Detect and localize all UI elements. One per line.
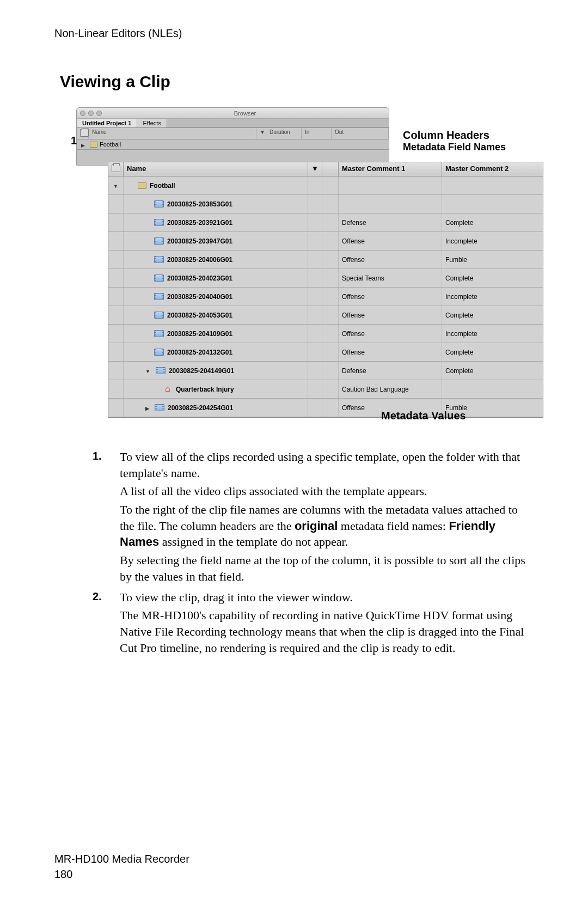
window-dot-icon — [96, 111, 102, 116]
column-header-mc1[interactable]: Master Comment 1 — [339, 162, 442, 176]
clip-icon — [154, 256, 164, 263]
column-header-name[interactable]: Name — [89, 128, 256, 139]
column-header-mc2[interactable]: Master Comment 2 — [442, 162, 543, 176]
folder-icon — [90, 142, 97, 148]
clip-name: 20030825-204254G01 — [168, 404, 233, 412]
clip-list: Name ▼ Master Comment 1 Master Comment 2… — [108, 162, 543, 418]
clip-icon — [154, 200, 164, 208]
page-footer: MR-HD100 Media Recorder 180 — [54, 851, 189, 882]
disclosure-down-icon[interactable] — [145, 367, 150, 375]
mc2-value — [442, 195, 543, 213]
disclosure-right-icon[interactable] — [145, 404, 149, 412]
column-header-name[interactable]: Name — [124, 162, 308, 176]
disclosure-down-icon[interactable] — [113, 182, 118, 190]
mc1-value: Caution Bad Language — [339, 380, 442, 398]
folder-row[interactable]: Football — [108, 176, 543, 195]
section-title: Viewing a Clip — [60, 72, 534, 91]
clip-row[interactable]: 20030825-204023G01Special TeamsComplete — [108, 269, 543, 288]
marker-row[interactable]: Quarterback Injury Caution Bad Language — [108, 380, 543, 399]
clip-icon — [154, 330, 164, 337]
clip-row[interactable]: 20030825-203921G01DefenseComplete — [108, 213, 543, 232]
clip-row[interactable]: 20030825-203853G01 — [108, 195, 543, 213]
window-dot-icon — [88, 111, 94, 116]
clip-row[interactable]: 20030825-204006G01OffenseFumble — [108, 251, 543, 269]
mc2-value: Complete — [442, 343, 543, 361]
clip-row[interactable]: 20030825-203947G01OffenseIncomplete — [108, 232, 543, 251]
mc2-value: Incomplete — [442, 232, 543, 250]
clip-icon — [154, 237, 164, 245]
mc1-value — [339, 195, 442, 213]
mc1-value: Special Teams — [339, 269, 442, 287]
column-header-in[interactable]: In — [302, 128, 332, 139]
sort-indicator-icon[interactable]: ▼ — [308, 162, 322, 176]
tab-project[interactable]: Untitled Project 1 — [77, 119, 137, 127]
step-text: To view the clip, drag it into the viewe… — [120, 589, 534, 606]
folder-name: Football — [100, 141, 121, 148]
clip-row[interactable]: 20030825-204053G01OffenseComplete — [108, 306, 543, 325]
footer-product: MR-HD100 Media Recorder — [54, 851, 189, 867]
folder-row[interactable]: Football — [77, 139, 389, 150]
annotation-metadata-values: Metadata Values — [381, 410, 466, 422]
clip-row[interactable]: 20030825-204040G01OffenseIncomplete — [108, 288, 543, 306]
clip-icon — [154, 219, 164, 226]
clip-row[interactable]: 20030825-204109G01OffenseIncomplete — [108, 325, 543, 343]
clip-name: 20030825-204149G01 — [169, 367, 234, 375]
marker-name: Quarterback Injury — [176, 386, 234, 393]
mc1-value: Offense — [339, 343, 442, 361]
mc1-value: Defense — [339, 213, 442, 231]
clip-name: 20030825-204040G01 — [167, 293, 232, 301]
mc2-value: Complete — [442, 306, 543, 324]
footer-page-number: 180 — [54, 867, 189, 882]
folder-icon — [138, 182, 146, 189]
clip-name: 20030825-204132G01 — [167, 349, 232, 356]
clip-icon — [154, 349, 164, 356]
clip-icon — [154, 293, 164, 300]
step-number: 2. — [93, 589, 120, 658]
bin-header-icon — [77, 128, 89, 139]
callout-number-1: 1 — [71, 135, 77, 147]
mc1-value: Offense — [339, 288, 442, 306]
sort-indicator-icon[interactable]: ▼ — [256, 128, 266, 139]
clip-icon — [156, 367, 166, 374]
column-header-out[interactable]: Out — [332, 128, 389, 139]
annotation-label: Column Headers — [403, 129, 506, 142]
mc2-value: Complete — [442, 362, 543, 380]
bold-term: original — [295, 519, 338, 533]
clip-icon — [154, 274, 164, 282]
annotation-sublabel: Metadata Field Names — [403, 142, 506, 153]
clip-list-header: Name ▼ Master Comment 1 Master Comment 2 — [108, 162, 543, 176]
mc1-value: Offense — [339, 306, 442, 324]
clip-name: 20030825-204109G01 — [167, 330, 232, 338]
step-text: By selecting the field name at the top o… — [120, 552, 534, 584]
mc2-value: Incomplete — [442, 325, 543, 343]
tabs-row: Untitled Project 1 Effects — [77, 119, 389, 128]
step-text: The MR-HD100's capability of recording i… — [120, 607, 534, 656]
clip-name: 20030825-204023G01 — [167, 274, 232, 282]
column-header-duration[interactable]: Duration — [266, 128, 302, 139]
titlebar: Browser — [77, 108, 389, 119]
step-text: To view all of the clips recorded using … — [120, 449, 534, 481]
disclosure-right-icon[interactable] — [81, 139, 85, 149]
clip-name: 20030825-203947G01 — [167, 237, 232, 245]
column-header-row: Name ▼ Duration In Out — [77, 128, 389, 139]
mc2-value: Complete — [442, 269, 543, 287]
mc1-value: Offense — [339, 232, 442, 250]
mc1-value: Offense — [339, 325, 442, 343]
window-title: Browser — [105, 110, 385, 117]
clip-row-collapsed[interactable]: 20030825-204254G01 Offense Fumble — [108, 399, 543, 417]
clip-name: 20030825-203921G01 — [167, 219, 232, 227]
clip-row-expanded[interactable]: 20030825-204149G01 Defense Complete — [108, 362, 543, 380]
figure: 1 Browser Untitled Project 1 Effects Nam… — [76, 107, 534, 166]
tab-effects[interactable]: Effects — [137, 119, 167, 127]
step-text: To the right of the clip file names are … — [120, 502, 534, 550]
clip-icon — [154, 312, 164, 319]
instructions: 1. To view all of the clips recorded usi… — [93, 449, 534, 658]
bin-header-icon — [108, 162, 124, 176]
annotation-column-headers: Column Headers Metadata Field Names — [403, 129, 506, 153]
page-header: Non-Linear Editors (NLEs) — [54, 27, 534, 40]
folder-name: Football — [150, 182, 175, 190]
clip-name: 20030825-204053G01 — [167, 312, 232, 319]
clip-icon — [155, 404, 164, 411]
blank-header — [322, 162, 339, 176]
clip-row[interactable]: 20030825-204132G01OffenseComplete — [108, 343, 543, 362]
